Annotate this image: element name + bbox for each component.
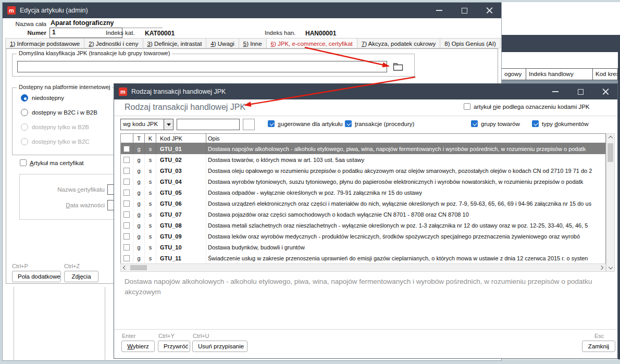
vertical-scroll-thumb[interactable]	[607, 143, 613, 162]
certificate-checkbox-icon	[20, 159, 27, 166]
exempt-checkbox-label: artykuł nie podlega oznaczeniu kodami JP…	[474, 104, 590, 110]
minimize-button[interactable]	[431, 3, 447, 18]
row-code-cell: GTU_11	[156, 253, 206, 263]
dialog-close-button[interactable]	[598, 84, 613, 99]
row-select-cell[interactable]	[121, 165, 133, 176]
row-desc-cell: Dostawa towarów, o których mowa w art. 1…	[206, 154, 605, 165]
jpk-classification-group: Domyślna klasyfikacja JPK (transakcje lu…	[12, 54, 415, 77]
certificate-checkbox[interactable]: Artykuł ma certyfikat	[20, 159, 84, 166]
row-select-cell[interactable]	[121, 176, 133, 187]
background-column-header: Kod kres	[593, 69, 618, 80]
row-t-cell: g	[133, 242, 145, 253]
row-select-cell[interactable]	[121, 198, 133, 209]
tab-1[interactable]: 1) Informacje podstawowe	[5, 38, 84, 48]
dialog-minimize-button[interactable]	[548, 84, 563, 99]
tab-2[interactable]: 2) Jednostki i ceny	[84, 38, 143, 48]
row-select-cell[interactable]	[121, 220, 133, 231]
jpk-row-GTU_01[interactable]: g s GTU_01 Dostawa napojów alkoholowych …	[121, 143, 605, 154]
row-t-cell: g	[133, 198, 145, 209]
zamknij-button[interactable]: Zamknij	[582, 341, 615, 352]
jpk-row-GTU_02[interactable]: g s GTU_02 Dostawa towarów, o których mo…	[121, 154, 605, 165]
exempt-from-jpk-checkbox[interactable]: artykuł nie podlega oznaczeniu kodami JP…	[464, 103, 590, 110]
jpk-row-GTU_03[interactable]: g s GTU_03 Dostawa oleju opałowego w roz…	[121, 165, 605, 176]
radio-option-2[interactable]: dostępny w B2C i w B2B	[21, 109, 97, 116]
nazwa-cala-field[interactable]: Aparat fotograficzny	[51, 19, 163, 28]
indeks-han-value: HAN00001	[305, 30, 336, 37]
row-select-cell[interactable]	[121, 242, 133, 253]
row-desc-cell: Dostawa odpadów - wyłącznie określonych …	[206, 187, 605, 198]
row-checkbox-icon[interactable]	[123, 168, 130, 174]
filter-checkbox-4[interactable]: typy dokumentów	[532, 120, 589, 127]
scroll-down-button[interactable]	[606, 263, 614, 271]
jpk-row-GTU_08[interactable]: g s GTU_08 Dostawa metali szlachetnych o…	[121, 220, 605, 231]
jpk-row-GTU_07[interactable]: g s GTU_07 Dostawa pojazdów oraz części …	[121, 209, 605, 220]
radio-option-label: niedostępny	[32, 95, 64, 101]
row-checkbox-icon[interactable]	[123, 233, 130, 240]
horizontal-scrollbar[interactable]	[120, 263, 606, 272]
dialog-maximize-button[interactable]	[573, 84, 588, 99]
row-checkbox-icon[interactable]	[123, 190, 130, 196]
row-checkbox-icon[interactable]	[123, 146, 130, 152]
row-checkbox-icon[interactable]	[123, 200, 130, 207]
maximize-button[interactable]	[456, 3, 472, 18]
vertical-scrollbar[interactable]	[606, 133, 615, 272]
tab-8[interactable]: 8) Opis Genius (AI)	[440, 38, 500, 48]
row-select-cell[interactable]	[121, 154, 133, 165]
jpk-classification-browse-button[interactable]	[391, 60, 405, 73]
filter-search-input[interactable]	[177, 119, 240, 130]
jpk-row-GTU_05[interactable]: g s GTU_05 Dostawa odpadów - wyłącznie o…	[121, 187, 605, 198]
filter-checkbox-3[interactable]: grupy towarów	[471, 120, 520, 127]
tab-3[interactable]: 3) Definicje, intrastat	[143, 38, 207, 48]
scroll-up-button[interactable]	[606, 134, 614, 142]
scroll-left-button[interactable]	[121, 264, 129, 271]
scroll-right-button[interactable]	[597, 264, 605, 271]
row-select-cell[interactable]	[121, 187, 133, 198]
row-k-cell: s	[145, 220, 156, 231]
jpk-classification-input[interactable]	[17, 61, 387, 72]
row-k-cell: s	[145, 209, 156, 220]
jpk-row-GTU_04[interactable]: g s GTU_04 Dostawa wyrobów tytoniowych, …	[121, 176, 605, 187]
header-t-column: T	[133, 134, 145, 143]
row-t-cell: g	[133, 154, 145, 165]
row-select-cell[interactable]	[121, 231, 133, 242]
shortcut-label: Ctrl+U	[193, 333, 209, 339]
usun-przypisanie-button[interactable]: Usuń przypisanie	[192, 341, 247, 352]
jpk-row-GTU_06[interactable]: g s GTU_06 Dostawa urządzeń elektroniczn…	[121, 198, 605, 209]
pola-dodatkowe-button[interactable]: Pola dodatkowe	[12, 271, 61, 282]
filter-checkbox-1[interactable]: sugerowane dla artykułu	[268, 120, 343, 127]
row-code-cell: GTU_05	[156, 187, 206, 198]
row-checkbox-icon[interactable]	[123, 211, 130, 218]
radio-icon	[21, 94, 28, 102]
separator	[114, 116, 617, 116]
jpk-row-GTU_11[interactable]: g s GTU_11 Świadczenie usług w zakresie …	[121, 253, 605, 263]
przywroc-button[interactable]: Przywróć	[158, 341, 190, 352]
row-checkbox-icon[interactable]	[123, 244, 130, 250]
row-code-cell: GTU_04	[156, 176, 206, 187]
jpk-group-title: Domyślna klasyfikacja JPK (transakcje lu…	[17, 50, 172, 56]
row-checkbox-icon[interactable]	[123, 255, 130, 261]
horizontal-scroll-thumb[interactable]	[130, 265, 147, 270]
filter-mode-combobox[interactable]: wg kodu JPK	[120, 119, 173, 130]
close-button[interactable]	[481, 3, 497, 18]
tab-4[interactable]: 4) Uwagi	[206, 38, 239, 48]
combobox-dropdown-button[interactable]	[164, 119, 173, 130]
row-select-cell[interactable]	[121, 253, 133, 263]
row-checkbox-icon[interactable]	[123, 179, 130, 185]
tab-5[interactable]: 5) Inne	[239, 38, 267, 48]
row-select-cell[interactable]	[121, 209, 133, 220]
row-desc-cell: Dostawa napojów alkoholowych - alkoholu …	[206, 143, 605, 154]
row-checkbox-icon[interactable]	[123, 157, 130, 163]
zdjecia-button[interactable]: Zdjęcia	[64, 271, 98, 282]
row-checkbox-icon[interactable]	[123, 222, 130, 229]
jpk-row-GTU_10[interactable]: g s GTU_10 Dostawa budynków, budowli i g…	[121, 242, 605, 253]
radio-option-1[interactable]: niedostępny	[21, 94, 64, 102]
wybierz-button[interactable]: Wybierz	[121, 341, 155, 352]
tab-7[interactable]: 7) Akcyza, podatek cukrowy	[357, 38, 441, 48]
jpk-row-GTU_09[interactable]: g s GTU_09 Dostawa leków oraz wyrobów me…	[121, 231, 605, 242]
filter-checkbox-2[interactable]: transakcje (procedury)	[345, 120, 414, 127]
filter-aux-box[interactable]	[243, 119, 255, 130]
tab-6[interactable]: 6) JPK, e-commerce, certyfikat	[266, 38, 357, 48]
row-select-cell[interactable]	[121, 143, 133, 154]
radio-option-3: dostępny tylko w B2B	[21, 123, 89, 131]
row-code-cell: GTU_08	[156, 220, 206, 231]
